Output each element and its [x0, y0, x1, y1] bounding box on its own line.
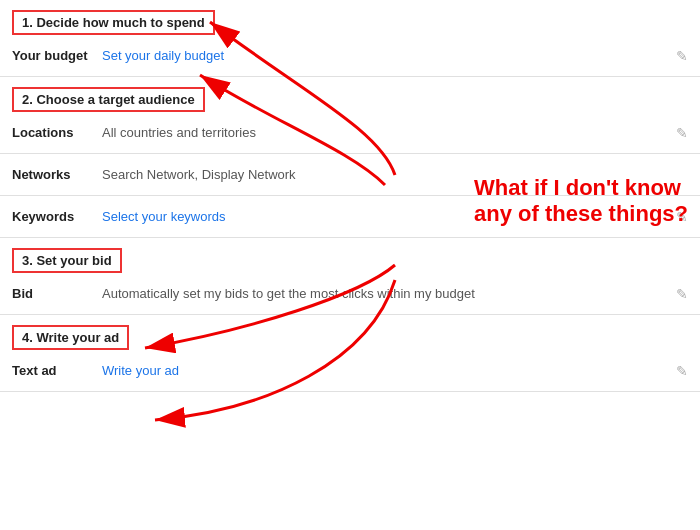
row-1-2: KeywordsSelect your keywords✎	[0, 196, 700, 238]
row-value-1-0: All countries and territories	[102, 125, 676, 140]
row-label-3-0: Text ad	[12, 363, 102, 378]
row-value-2-0: Automatically set my bids to get the mos…	[102, 286, 676, 301]
section-header-2: 2. Choose a target audience	[12, 87, 205, 112]
row-0-0: Your budgetSet your daily budget✎	[0, 35, 700, 77]
row-1-1: NetworksSearch Network, Display Network	[0, 154, 700, 196]
row-label-1-2: Keywords	[12, 209, 102, 224]
row-value-0-0[interactable]: Set your daily budget	[102, 48, 676, 63]
row-label-1-0: Locations	[12, 125, 102, 140]
row-value-1-1: Search Network, Display Network	[102, 167, 688, 182]
row-1-0: LocationsAll countries and territories✎	[0, 112, 700, 154]
section-header-3: 3. Set your bid	[12, 248, 122, 273]
row-label-0-0: Your budget	[12, 48, 102, 63]
edit-icon-1-0[interactable]: ✎	[676, 125, 688, 141]
section-header-4: 4. Write your ad	[12, 325, 129, 350]
section-header-1: 1. Decide how much to spend	[12, 10, 215, 35]
row-3-0: Text adWrite your ad✎	[0, 350, 700, 392]
row-value-3-0[interactable]: Write your ad	[102, 363, 676, 378]
row-label-2-0: Bid	[12, 286, 102, 301]
edit-icon-0-0[interactable]: ✎	[676, 48, 688, 64]
row-value-1-2[interactable]: Select your keywords	[102, 209, 676, 224]
row-2-0: BidAutomatically set my bids to get the …	[0, 273, 700, 315]
edit-icon-2-0[interactable]: ✎	[676, 286, 688, 302]
edit-icon-1-2[interactable]: ✎	[676, 209, 688, 225]
edit-icon-3-0[interactable]: ✎	[676, 363, 688, 379]
row-label-1-1: Networks	[12, 167, 102, 182]
